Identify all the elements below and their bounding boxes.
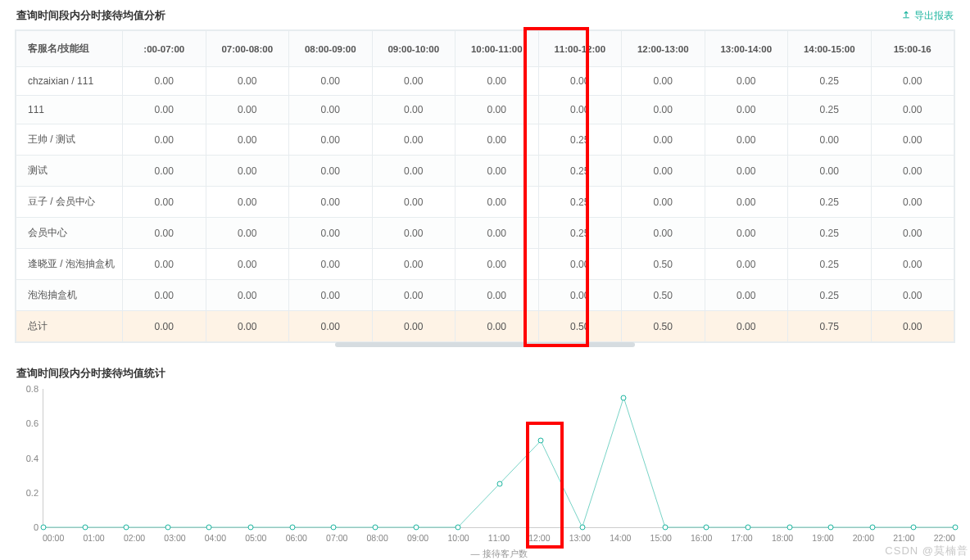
x-tick: 01:00 — [83, 533, 104, 543]
cell-value: 0.00 — [705, 67, 788, 96]
col-header-time: 09:00-10:00 — [372, 31, 456, 67]
cell-value: 0.00 — [372, 96, 456, 124]
x-tick: 06:00 — [286, 533, 307, 543]
data-point — [496, 481, 502, 487]
cell-value: 0.00 — [372, 187, 456, 218]
line-chart: 00.20.40.60.8 — [43, 389, 955, 528]
cell-value: 0.00 — [206, 67, 289, 96]
cell-value: 0.50 — [538, 311, 622, 342]
cell-value: 0.50 — [622, 311, 705, 342]
cell-value: 0.00 — [622, 156, 705, 187]
data-point — [704, 525, 709, 531]
row-name: 总计 — [16, 311, 123, 342]
y-tick: 0.2 — [16, 488, 39, 498]
cell-value: 0.25 — [788, 280, 872, 311]
upload-icon — [901, 10, 911, 22]
cell-value: 0.00 — [456, 124, 539, 156]
cell-value: 0.00 — [289, 311, 373, 342]
cell-value: 0.25 — [788, 249, 872, 280]
horizontal-scrollbar[interactable] — [335, 342, 636, 347]
data-point — [247, 525, 253, 531]
cell-value: 0.00 — [622, 124, 705, 156]
export-label: 导出报表 — [914, 9, 954, 23]
y-tick: 0 — [16, 522, 39, 532]
data-point — [621, 395, 627, 400]
cell-value: 0.00 — [871, 124, 954, 156]
section1-title: 查询时间段内分时接待均值分析 — [16, 8, 165, 23]
cell-value: 0.00 — [538, 67, 622, 96]
cell-value: 0.00 — [206, 96, 289, 124]
cell-value: 0.00 — [705, 124, 788, 156]
data-point — [579, 525, 585, 531]
col-header-time: 07:00-08:00 — [206, 31, 289, 67]
x-tick: 04:00 — [205, 533, 226, 543]
cell-value: 0.00 — [206, 249, 289, 280]
cell-value: 0.00 — [871, 67, 954, 96]
cell-value: 0.00 — [871, 311, 954, 342]
cell-value: 0.00 — [123, 124, 206, 156]
row-name: 测试 — [16, 156, 123, 187]
cell-value: 0.00 — [123, 187, 206, 218]
x-tick: 07:00 — [326, 533, 347, 543]
section2-title: 查询时间段内分时接待均值统计 — [16, 366, 954, 381]
cell-value: 0.00 — [372, 280, 456, 311]
cell-value: 0.00 — [705, 249, 788, 280]
cell-value: 0.00 — [705, 187, 788, 218]
cell-value: 0.00 — [705, 96, 788, 124]
data-point — [124, 525, 129, 531]
cell-value: 0.00 — [456, 67, 539, 96]
row-name: 111 — [16, 96, 123, 124]
x-tick: 21:00 — [893, 533, 914, 543]
cell-value: 0.00 — [206, 124, 289, 156]
cell-value: 0.00 — [123, 249, 206, 280]
chart-legend: — 接待客户数 — [43, 548, 955, 560]
y-tick: 0.6 — [16, 418, 39, 428]
cell-value: 0.25 — [538, 156, 622, 187]
cell-value: 0.00 — [289, 280, 373, 311]
x-tick: 05:00 — [245, 533, 266, 543]
table-row: 1110.000.000.000.000.000.000.000.000.250… — [16, 96, 954, 124]
cell-value: 0.00 — [372, 156, 456, 187]
cell-value: 0.00 — [871, 249, 954, 280]
cell-value: 0.75 — [788, 311, 872, 342]
x-tick: 17:00 — [731, 533, 752, 543]
table-row: 逢晓亚 / 泡泡抽盒机0.000.000.000.000.000.000.500… — [16, 249, 954, 280]
col-header-time: 08:00-09:00 — [289, 31, 373, 67]
col-header-time: 13:00-14:00 — [705, 31, 788, 67]
cell-value: 0.00 — [871, 96, 954, 124]
cell-value: 0.00 — [289, 156, 373, 187]
cell-value: 0.00 — [289, 96, 373, 124]
cell-value: 0.00 — [456, 280, 539, 311]
export-report-link[interactable]: 导出报表 — [901, 9, 954, 23]
cell-value: 0.25 — [788, 67, 872, 96]
cell-value: 0.00 — [622, 96, 705, 124]
cell-value: 0.00 — [289, 249, 373, 280]
cell-value: 0.00 — [456, 218, 539, 249]
cell-value: 0.00 — [871, 156, 954, 187]
data-point — [455, 525, 460, 531]
cell-value: 0.00 — [123, 311, 206, 342]
data-point — [911, 525, 917, 531]
row-name: 豆子 / 会员中心 — [16, 187, 123, 218]
data-point — [206, 525, 212, 531]
cell-value: 0.00 — [372, 249, 456, 280]
col-header-time: 12:00-13:00 — [622, 31, 705, 67]
cell-value: 0.00 — [372, 67, 456, 96]
cell-value: 0.00 — [206, 156, 289, 187]
cell-value: 0.00 — [788, 156, 872, 187]
cell-value: 0.00 — [206, 187, 289, 218]
data-point — [828, 525, 834, 531]
cell-value: 0.00 — [538, 280, 622, 311]
row-name: 王帅 / 测试 — [16, 124, 123, 156]
cell-value: 0.00 — [705, 156, 788, 187]
x-tick: 10:00 — [447, 533, 469, 543]
data-point — [82, 525, 88, 531]
cell-value: 0.00 — [871, 187, 954, 218]
cell-value: 0.50 — [622, 249, 705, 280]
table-row: 泡泡抽盒机0.000.000.000.000.000.000.500.000.2… — [16, 280, 954, 311]
cell-value: 0.00 — [456, 96, 539, 124]
cell-value: 0.00 — [871, 280, 954, 311]
cell-value: 0.00 — [123, 280, 206, 311]
cell-value: 0.00 — [123, 218, 206, 249]
cell-value: 0.00 — [372, 124, 456, 156]
